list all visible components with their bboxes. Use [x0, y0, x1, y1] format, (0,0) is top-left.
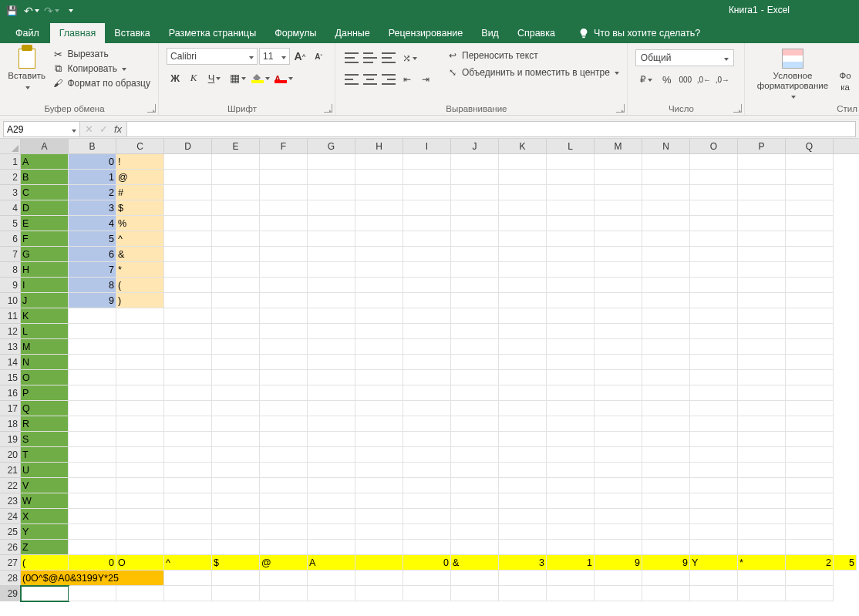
cell[interactable] — [164, 278, 212, 293]
cell[interactable]: 6 — [69, 247, 116, 262]
cell[interactable] — [308, 463, 355, 478]
cell[interactable] — [308, 216, 355, 231]
cell[interactable]: 8 — [69, 278, 116, 293]
cell[interactable] — [403, 216, 451, 231]
cell[interactable] — [642, 447, 690, 463]
cell[interactable] — [355, 586, 403, 601]
cell[interactable] — [69, 308, 116, 324]
cell[interactable]: O — [21, 370, 69, 385]
cell[interactable] — [595, 478, 642, 493]
cell[interactable]: E — [21, 216, 69, 231]
row-header[interactable]: 29 — [0, 586, 21, 601]
cell[interactable] — [547, 401, 595, 416]
cell[interactable] — [308, 571, 355, 586]
borders-button[interactable] — [227, 69, 248, 86]
cell[interactable] — [642, 432, 690, 447]
col-header[interactable]: A — [21, 139, 69, 153]
copy-button[interactable]: Копировать — [52, 62, 150, 75]
cell[interactable] — [308, 586, 355, 601]
cell[interactable] — [164, 185, 212, 200]
cell[interactable] — [355, 509, 403, 524]
cell[interactable] — [451, 339, 499, 355]
cell[interactable] — [116, 586, 164, 601]
cell[interactable]: 2 — [69, 185, 116, 200]
cell[interactable] — [786, 200, 834, 216]
cell[interactable] — [690, 463, 738, 478]
cell[interactable] — [690, 231, 738, 247]
cell[interactable] — [355, 324, 403, 339]
cell[interactable] — [164, 154, 212, 170]
cell[interactable] — [547, 247, 595, 262]
cell[interactable] — [642, 216, 690, 231]
cell[interactable] — [403, 324, 451, 339]
cell[interactable] — [690, 416, 738, 432]
cell[interactable]: G — [21, 247, 69, 262]
tab-formulas[interactable]: Формулы — [265, 23, 325, 43]
cell[interactable] — [690, 571, 738, 586]
col-header[interactable]: N — [642, 139, 690, 153]
cell[interactable] — [738, 247, 786, 262]
cell[interactable] — [164, 571, 212, 586]
cell[interactable] — [499, 463, 547, 478]
row-header[interactable]: 5 — [0, 216, 21, 231]
cell[interactable] — [403, 355, 451, 370]
bold-button[interactable]: Ж — [167, 69, 184, 86]
cell[interactable] — [308, 154, 355, 170]
cell[interactable] — [738, 200, 786, 216]
cell[interactable] — [642, 262, 690, 278]
cell[interactable] — [690, 493, 738, 509]
cell[interactable] — [595, 262, 642, 278]
cell[interactable] — [451, 432, 499, 447]
cell[interactable] — [164, 524, 212, 540]
cell[interactable] — [69, 478, 116, 493]
cell[interactable] — [595, 170, 642, 185]
cell[interactable] — [690, 293, 738, 308]
cell[interactable] — [499, 185, 547, 200]
cell[interactable] — [212, 432, 260, 447]
tab-file[interactable]: Файл — [5, 23, 50, 43]
cell[interactable] — [595, 493, 642, 509]
cell[interactable] — [499, 416, 547, 432]
cell[interactable]: D — [21, 200, 69, 216]
cell[interactable] — [738, 432, 786, 447]
cell[interactable] — [403, 170, 451, 185]
cell[interactable] — [786, 355, 834, 370]
format-as-table-button[interactable]: Фо ка — [836, 46, 854, 92]
cell[interactable] — [499, 524, 547, 540]
conditional-formatting-button[interactable]: Условное форматирование — [750, 46, 836, 102]
cell[interactable] — [738, 370, 786, 385]
cell[interactable] — [786, 540, 834, 555]
cell[interactable] — [69, 509, 116, 524]
cell[interactable]: 5 — [69, 231, 116, 247]
cell[interactable] — [69, 324, 116, 339]
cell[interactable] — [786, 493, 834, 509]
cell[interactable] — [355, 231, 403, 247]
cell[interactable] — [308, 432, 355, 447]
row-header[interactable]: 3 — [0, 185, 21, 200]
cell[interactable] — [642, 416, 690, 432]
cell[interactable]: F — [21, 231, 69, 247]
cell[interactable] — [595, 509, 642, 524]
cell[interactable] — [355, 355, 403, 370]
cell[interactable] — [403, 154, 451, 170]
cell[interactable] — [308, 247, 355, 262]
col-header[interactable]: G — [308, 139, 355, 153]
cell[interactable] — [260, 416, 308, 432]
cell[interactable] — [786, 185, 834, 200]
cell[interactable] — [355, 540, 403, 555]
number-format-combo[interactable]: Общий — [635, 49, 734, 66]
orientation-button[interactable] — [399, 49, 420, 66]
cell[interactable] — [403, 571, 451, 586]
wrap-text-button[interactable]: Переносить текст — [446, 49, 619, 62]
italic-button[interactable]: К — [185, 69, 202, 86]
cell[interactable] — [690, 247, 738, 262]
cell[interactable] — [308, 308, 355, 324]
cell[interactable] — [403, 586, 451, 601]
cell[interactable] — [308, 339, 355, 355]
cell[interactable] — [499, 509, 547, 524]
cell[interactable] — [738, 308, 786, 324]
cell[interactable] — [355, 401, 403, 416]
col-header[interactable]: L — [547, 139, 595, 153]
cell[interactable] — [786, 401, 834, 416]
cell[interactable]: ^ — [164, 555, 212, 571]
